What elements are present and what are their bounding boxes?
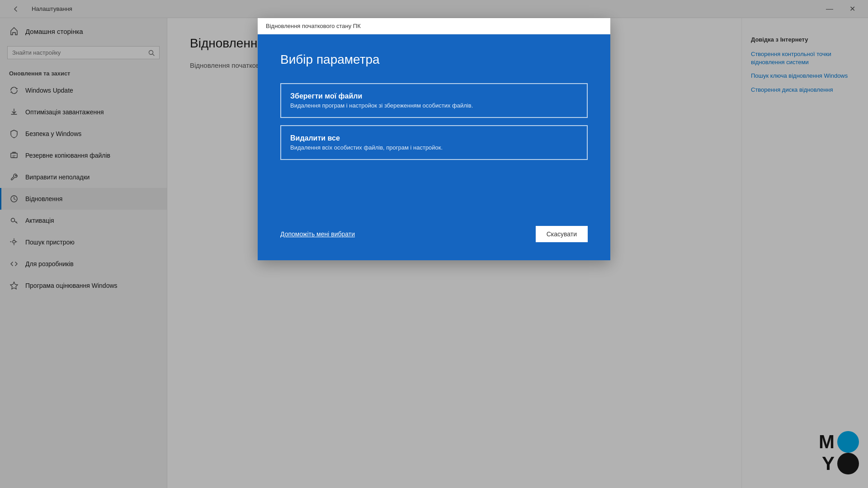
dialog-help-link[interactable]: Допоможіть мені вибрати [280, 230, 355, 238]
dialog: Відновлення початкового стану ПК Вибір п… [258, 18, 610, 260]
dialog-body: Вибір параметра Зберегти мої файли Видал… [258, 34, 610, 260]
dialog-option-desc-2: Видалення всіх особистих файлів, програм… [290, 144, 578, 151]
dialog-option-remove-everything[interactable]: Видалити все Видалення всіх особистих фа… [280, 125, 588, 160]
dialog-heading: Вибір параметра [280, 52, 588, 67]
dialog-option-title-1: Зберегти мої файли [290, 92, 578, 100]
dialog-titlebar: Відновлення початкового стану ПК [258, 18, 610, 34]
dialog-cancel-button[interactable]: Скасувати [536, 226, 588, 242]
dialog-option-keep-files[interactable]: Зберегти мої файли Видалення програм і н… [280, 83, 588, 118]
dialog-overlay: Відновлення початкового стану ПК Вибір п… [0, 0, 868, 488]
dialog-option-desc-1: Видалення програм і настройок зі збереже… [290, 102, 578, 109]
dialog-option-title-2: Видалити все [290, 134, 578, 142]
dialog-footer: Допоможіть мені вибрати Скасувати [280, 212, 588, 242]
